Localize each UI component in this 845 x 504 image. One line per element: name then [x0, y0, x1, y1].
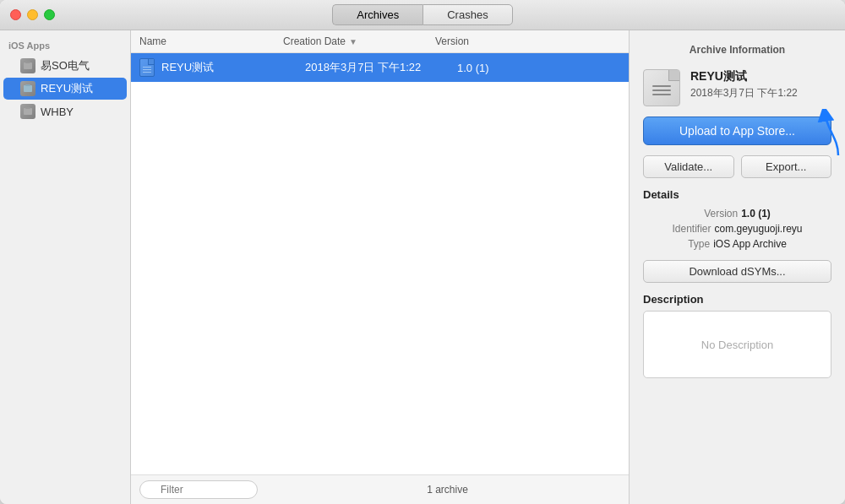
svg-rect-3 [25, 84, 30, 86]
sidebar-item-app2[interactable]: REYU测试 [3, 78, 127, 100]
description-box: No Description [643, 311, 831, 378]
app-icon-1 [20, 58, 35, 73]
detail-type-row: Type iOS App Archive [643, 238, 831, 250]
description-title: Description [643, 293, 831, 306]
details-section: Details Version 1.0 (1) Identifier com.g… [643, 188, 831, 250]
file-icon [139, 58, 156, 77]
export-button[interactable]: Export... [741, 155, 832, 178]
filter-input[interactable] [139, 480, 258, 499]
app-icon-2 [20, 81, 35, 96]
icon-lines [143, 67, 151, 73]
validate-button[interactable]: Validate... [643, 155, 734, 178]
column-header-date: Creation Date ▼ [283, 35, 435, 47]
sidebar-item-label-1: 易SO电气 [41, 58, 90, 73]
svg-rect-5 [25, 107, 30, 109]
upload-to-appstore-button[interactable]: Upload to App Store... [643, 117, 831, 145]
download-dsyms-button[interactable]: Download dSYMs... [643, 260, 831, 283]
type-value: iOS App Archive [713, 238, 787, 250]
description-placeholder: No Description [701, 339, 773, 351]
maximize-button[interactable] [44, 9, 55, 20]
titlebar: Archives Crashes [0, 0, 845, 30]
sidebar-item-app3[interactable]: WHBY [3, 100, 127, 122]
type-label: Type [688, 238, 710, 250]
content-area: Name Creation Date ▼ Version [131, 30, 845, 504]
version-label: Version [704, 208, 738, 219]
svg-rect-0 [24, 62, 32, 69]
details-title: Details [643, 188, 831, 201]
description-section: Description No Description [643, 293, 831, 378]
file-row-name: REYU测试 [161, 60, 305, 75]
archive-name: REYU测试 [690, 69, 798, 84]
right-panel: Archive Information REYU测试 2018年3月7日 下午1… [630, 30, 845, 504]
sort-arrow-icon: ▼ [349, 37, 357, 46]
minimize-button[interactable] [27, 9, 38, 20]
archive-date: 2018年3月7日 下午1:22 [690, 86, 798, 100]
detail-version-row: Version 1.0 (1) [643, 208, 831, 219]
identifier-value: com.geyuguoji.reyu [714, 223, 802, 235]
panel-title: Archive Information [643, 44, 831, 56]
archive-file-icon [139, 58, 155, 77]
main-layout: iOS Apps 易SO电气 REYU测试 WHBY [0, 30, 845, 504]
sidebar-section-header: iOS Apps [0, 37, 130, 54]
column-header-name: Name [139, 35, 283, 47]
traffic-lights [10, 9, 55, 20]
sidebar-item-label-3: WHBY [41, 106, 74, 118]
tab-crashes[interactable]: Crashes [422, 4, 512, 25]
filter-wrap: ⊘ [139, 480, 266, 499]
file-list: Name Creation Date ▼ Version [131, 30, 630, 504]
file-list-header: Name Creation Date ▼ Version [131, 30, 629, 53]
app-icon-3 [20, 104, 35, 119]
archive-thumbnail [643, 69, 680, 106]
sidebar-item-app1[interactable]: 易SO电气 [3, 55, 127, 77]
sidebar-item-label-2: REYU测试 [41, 81, 93, 96]
column-header-version: Version [435, 35, 620, 47]
main-window: Archives Crashes iOS Apps 易SO电气 REYU测试 [0, 0, 845, 504]
file-list-bottom: ⊘ 1 archive [131, 474, 629, 504]
file-row-date: 2018年3月7日 下午1:22 [305, 60, 457, 75]
svg-rect-2 [24, 85, 32, 92]
table-row[interactable]: REYU测试 2018年3月7日 下午1:22 1.0 (1) [131, 53, 629, 82]
archive-count: 1 archive [275, 484, 620, 496]
sidebar: iOS Apps 易SO电气 REYU测试 WHBY [0, 30, 131, 504]
svg-rect-1 [25, 62, 30, 63]
archive-info-header: REYU测试 2018年3月7日 下午1:22 [643, 69, 831, 106]
archive-info-text: REYU测试 2018年3月7日 下午1:22 [690, 69, 798, 100]
tab-archives[interactable]: Archives [332, 4, 422, 25]
detail-identifier-row: Identifier com.geyuguoji.reyu [643, 223, 831, 235]
svg-rect-4 [24, 108, 32, 115]
identifier-label: Identifier [672, 223, 711, 235]
action-row: Validate... Export... [643, 155, 831, 178]
file-row-version: 1.0 (1) [457, 62, 620, 74]
tab-group: Archives Crashes [332, 4, 512, 25]
close-button[interactable] [10, 9, 21, 20]
version-value: 1.0 (1) [741, 208, 771, 219]
